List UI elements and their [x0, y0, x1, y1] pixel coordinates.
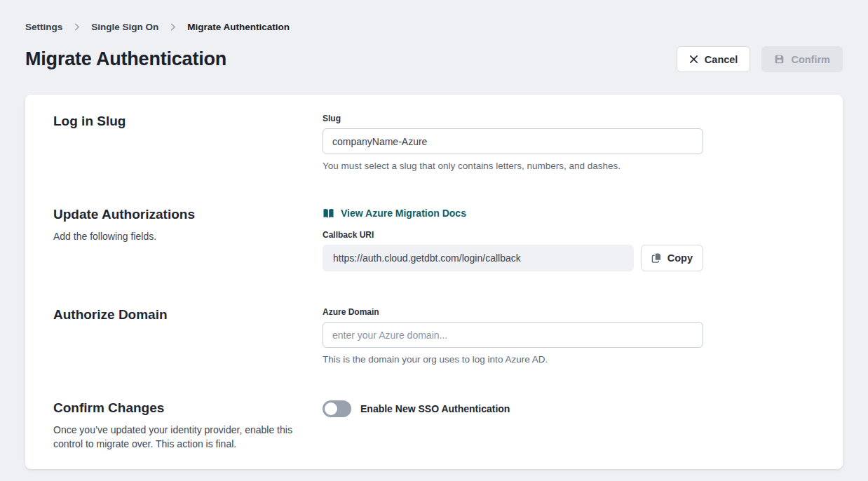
book-icon — [323, 208, 334, 219]
cancel-button-label: Cancel — [705, 54, 738, 65]
section-heading: Update Authorizations — [53, 207, 323, 222]
docs-link-label: View Azure Migration Docs — [341, 208, 466, 219]
section-confirm-changes: Confirm Changes Once you’ve updated your… — [53, 400, 815, 452]
callback-uri-label: Callback URI — [323, 230, 703, 240]
breadcrumb-migrate-authentication: Migrate Authentication — [187, 22, 290, 32]
slug-input[interactable] — [323, 128, 703, 154]
view-azure-migration-docs-link[interactable]: View Azure Migration Docs — [323, 208, 466, 219]
callback-uri-row: Copy — [323, 245, 703, 271]
page-title: Migrate Authentication — [25, 48, 226, 70]
page-header: Migrate Authentication Cancel Confirm — [25, 46, 843, 72]
enable-sso-toggle[interactable] — [323, 400, 351, 417]
section-description: Add the following fields. — [53, 229, 297, 243]
azure-domain-helper-text: This is the domain your org uses to log … — [323, 354, 703, 365]
section-authorize-domain: Authorize Domain Azure Domain This is th… — [53, 307, 815, 365]
chevron-right-icon — [169, 23, 177, 31]
confirm-button[interactable]: Confirm — [761, 46, 843, 72]
chevron-right-icon — [73, 23, 81, 31]
confirm-button-label: Confirm — [791, 54, 830, 65]
breadcrumb: Settings Single Sign On Migrate Authenti… — [25, 0, 843, 32]
copy-button[interactable]: Copy — [641, 245, 703, 271]
azure-domain-input[interactable] — [323, 322, 703, 348]
sso-toggle-label: Enable New SSO Authentication — [360, 403, 510, 414]
breadcrumb-settings[interactable]: Settings — [25, 22, 62, 32]
section-heading: Log in Slug — [53, 114, 323, 129]
section-heading: Authorize Domain — [53, 307, 323, 323]
slug-helper-text: You must select a slug that only contain… — [323, 161, 703, 171]
toggle-knob — [325, 402, 337, 415]
migrate-authentication-page: Settings Single Sign On Migrate Authenti… — [0, 0, 868, 469]
save-icon — [774, 54, 785, 65]
header-actions: Cancel Confirm — [677, 46, 843, 72]
close-icon — [689, 55, 698, 64]
settings-card: Log in Slug Slug You must select a slug … — [25, 95, 843, 469]
azure-domain-label: Azure Domain — [323, 307, 703, 317]
copy-icon — [651, 252, 662, 264]
section-description: Once you’ve updated your identity provid… — [53, 423, 297, 452]
sso-toggle-row: Enable New SSO Authentication — [323, 400, 703, 417]
slug-field-label: Slug — [323, 114, 703, 123]
callback-uri-input[interactable] — [323, 245, 634, 271]
section-update-authorizations: Update Authorizations Add the following … — [53, 207, 815, 271]
copy-button-label: Copy — [667, 252, 693, 264]
section-heading: Confirm Changes — [53, 400, 323, 416]
section-login-slug: Log in Slug Slug You must select a slug … — [53, 114, 815, 171]
cancel-button[interactable]: Cancel — [677, 46, 751, 72]
breadcrumb-single-sign-on[interactable]: Single Sign On — [91, 22, 158, 32]
